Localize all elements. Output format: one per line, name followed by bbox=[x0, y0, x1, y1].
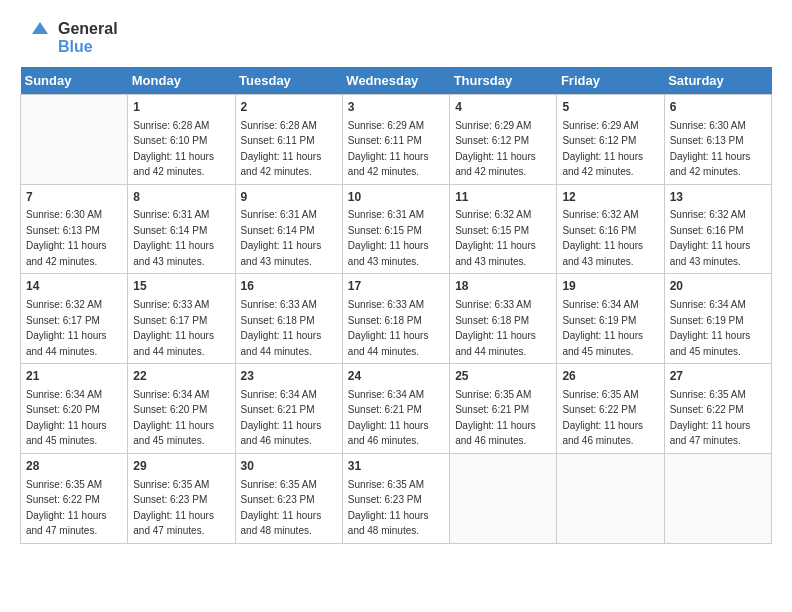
day-info: Sunrise: 6:34 AMSunset: 6:19 PMDaylight:… bbox=[562, 299, 643, 357]
day-info: Sunrise: 6:29 AMSunset: 6:12 PMDaylight:… bbox=[562, 120, 643, 178]
day-cell: 23 Sunrise: 6:34 AMSunset: 6:21 PMDaylig… bbox=[235, 364, 342, 454]
day-cell: 30 Sunrise: 6:35 AMSunset: 6:23 PMDaylig… bbox=[235, 453, 342, 543]
day-info: Sunrise: 6:31 AMSunset: 6:14 PMDaylight:… bbox=[133, 209, 214, 267]
day-info: Sunrise: 6:32 AMSunset: 6:15 PMDaylight:… bbox=[455, 209, 536, 267]
day-cell: 25 Sunrise: 6:35 AMSunset: 6:21 PMDaylig… bbox=[450, 364, 557, 454]
logo-general: General bbox=[58, 20, 118, 38]
day-number: 12 bbox=[562, 189, 658, 206]
day-cell: 26 Sunrise: 6:35 AMSunset: 6:22 PMDaylig… bbox=[557, 364, 664, 454]
week-row-2: 7 Sunrise: 6:30 AMSunset: 6:13 PMDayligh… bbox=[21, 184, 772, 274]
day-cell: 22 Sunrise: 6:34 AMSunset: 6:20 PMDaylig… bbox=[128, 364, 235, 454]
day-info: Sunrise: 6:34 AMSunset: 6:21 PMDaylight:… bbox=[348, 389, 429, 447]
day-number: 14 bbox=[26, 278, 122, 295]
day-info: Sunrise: 6:28 AMSunset: 6:10 PMDaylight:… bbox=[133, 120, 214, 178]
day-info: Sunrise: 6:35 AMSunset: 6:23 PMDaylight:… bbox=[348, 479, 429, 537]
day-header-tuesday: Tuesday bbox=[235, 67, 342, 95]
day-cell: 28 Sunrise: 6:35 AMSunset: 6:22 PMDaylig… bbox=[21, 453, 128, 543]
day-cell bbox=[664, 453, 771, 543]
day-number: 8 bbox=[133, 189, 229, 206]
day-info: Sunrise: 6:34 AMSunset: 6:20 PMDaylight:… bbox=[133, 389, 214, 447]
day-cell bbox=[557, 453, 664, 543]
day-cell: 12 Sunrise: 6:32 AMSunset: 6:16 PMDaylig… bbox=[557, 184, 664, 274]
day-info: Sunrise: 6:33 AMSunset: 6:18 PMDaylight:… bbox=[241, 299, 322, 357]
day-number: 25 bbox=[455, 368, 551, 385]
day-number: 24 bbox=[348, 368, 444, 385]
day-info: Sunrise: 6:34 AMSunset: 6:19 PMDaylight:… bbox=[670, 299, 751, 357]
day-cell: 17 Sunrise: 6:33 AMSunset: 6:18 PMDaylig… bbox=[342, 274, 449, 364]
day-cell: 9 Sunrise: 6:31 AMSunset: 6:14 PMDayligh… bbox=[235, 184, 342, 274]
day-number: 29 bbox=[133, 458, 229, 475]
day-header-saturday: Saturday bbox=[664, 67, 771, 95]
day-cell: 10 Sunrise: 6:31 AMSunset: 6:15 PMDaylig… bbox=[342, 184, 449, 274]
day-cell: 3 Sunrise: 6:29 AMSunset: 6:11 PMDayligh… bbox=[342, 94, 449, 184]
week-row-1: 1 Sunrise: 6:28 AMSunset: 6:10 PMDayligh… bbox=[21, 94, 772, 184]
day-number: 30 bbox=[241, 458, 337, 475]
calendar-table: SundayMondayTuesdayWednesdayThursdayFrid… bbox=[20, 67, 772, 544]
day-info: Sunrise: 6:35 AMSunset: 6:22 PMDaylight:… bbox=[26, 479, 107, 537]
day-number: 28 bbox=[26, 458, 122, 475]
day-cell: 2 Sunrise: 6:28 AMSunset: 6:11 PMDayligh… bbox=[235, 94, 342, 184]
day-cell: 8 Sunrise: 6:31 AMSunset: 6:14 PMDayligh… bbox=[128, 184, 235, 274]
day-cell: 15 Sunrise: 6:33 AMSunset: 6:17 PMDaylig… bbox=[128, 274, 235, 364]
day-cell: 6 Sunrise: 6:30 AMSunset: 6:13 PMDayligh… bbox=[664, 94, 771, 184]
day-info: Sunrise: 6:35 AMSunset: 6:22 PMDaylight:… bbox=[670, 389, 751, 447]
day-cell: 24 Sunrise: 6:34 AMSunset: 6:21 PMDaylig… bbox=[342, 364, 449, 454]
day-cell: 14 Sunrise: 6:32 AMSunset: 6:17 PMDaylig… bbox=[21, 274, 128, 364]
day-number: 27 bbox=[670, 368, 766, 385]
day-number: 4 bbox=[455, 99, 551, 116]
logo-graphic bbox=[20, 20, 56, 56]
day-number: 20 bbox=[670, 278, 766, 295]
day-number: 1 bbox=[133, 99, 229, 116]
day-cell: 19 Sunrise: 6:34 AMSunset: 6:19 PMDaylig… bbox=[557, 274, 664, 364]
day-info: Sunrise: 6:30 AMSunset: 6:13 PMDaylight:… bbox=[670, 120, 751, 178]
logo-blue: Blue bbox=[58, 38, 118, 56]
day-info: Sunrise: 6:34 AMSunset: 6:20 PMDaylight:… bbox=[26, 389, 107, 447]
day-cell: 13 Sunrise: 6:32 AMSunset: 6:16 PMDaylig… bbox=[664, 184, 771, 274]
day-cell: 11 Sunrise: 6:32 AMSunset: 6:15 PMDaylig… bbox=[450, 184, 557, 274]
day-info: Sunrise: 6:30 AMSunset: 6:13 PMDaylight:… bbox=[26, 209, 107, 267]
day-info: Sunrise: 6:33 AMSunset: 6:17 PMDaylight:… bbox=[133, 299, 214, 357]
day-number: 23 bbox=[241, 368, 337, 385]
day-cell: 5 Sunrise: 6:29 AMSunset: 6:12 PMDayligh… bbox=[557, 94, 664, 184]
logo: General Blue bbox=[20, 20, 118, 57]
day-number: 26 bbox=[562, 368, 658, 385]
day-number: 21 bbox=[26, 368, 122, 385]
day-cell: 21 Sunrise: 6:34 AMSunset: 6:20 PMDaylig… bbox=[21, 364, 128, 454]
day-cell: 7 Sunrise: 6:30 AMSunset: 6:13 PMDayligh… bbox=[21, 184, 128, 274]
day-info: Sunrise: 6:28 AMSunset: 6:11 PMDaylight:… bbox=[241, 120, 322, 178]
day-number: 19 bbox=[562, 278, 658, 295]
day-number: 2 bbox=[241, 99, 337, 116]
week-row-4: 21 Sunrise: 6:34 AMSunset: 6:20 PMDaylig… bbox=[21, 364, 772, 454]
day-cell: 1 Sunrise: 6:28 AMSunset: 6:10 PMDayligh… bbox=[128, 94, 235, 184]
logo-container: General Blue bbox=[20, 20, 118, 57]
day-number: 3 bbox=[348, 99, 444, 116]
day-number: 11 bbox=[455, 189, 551, 206]
day-cell: 31 Sunrise: 6:35 AMSunset: 6:23 PMDaylig… bbox=[342, 453, 449, 543]
day-info: Sunrise: 6:32 AMSunset: 6:17 PMDaylight:… bbox=[26, 299, 107, 357]
day-number: 10 bbox=[348, 189, 444, 206]
day-number: 5 bbox=[562, 99, 658, 116]
day-header-monday: Monday bbox=[128, 67, 235, 95]
logo-text: General Blue bbox=[58, 20, 118, 57]
day-header-friday: Friday bbox=[557, 67, 664, 95]
week-row-3: 14 Sunrise: 6:32 AMSunset: 6:17 PMDaylig… bbox=[21, 274, 772, 364]
day-info: Sunrise: 6:32 AMSunset: 6:16 PMDaylight:… bbox=[670, 209, 751, 267]
day-info: Sunrise: 6:33 AMSunset: 6:18 PMDaylight:… bbox=[348, 299, 429, 357]
day-cell: 27 Sunrise: 6:35 AMSunset: 6:22 PMDaylig… bbox=[664, 364, 771, 454]
day-info: Sunrise: 6:29 AMSunset: 6:11 PMDaylight:… bbox=[348, 120, 429, 178]
day-info: Sunrise: 6:29 AMSunset: 6:12 PMDaylight:… bbox=[455, 120, 536, 178]
day-number: 31 bbox=[348, 458, 444, 475]
day-info: Sunrise: 6:33 AMSunset: 6:18 PMDaylight:… bbox=[455, 299, 536, 357]
day-header-wednesday: Wednesday bbox=[342, 67, 449, 95]
day-info: Sunrise: 6:32 AMSunset: 6:16 PMDaylight:… bbox=[562, 209, 643, 267]
day-info: Sunrise: 6:34 AMSunset: 6:21 PMDaylight:… bbox=[241, 389, 322, 447]
week-row-5: 28 Sunrise: 6:35 AMSunset: 6:22 PMDaylig… bbox=[21, 453, 772, 543]
day-number: 7 bbox=[26, 189, 122, 206]
day-info: Sunrise: 6:35 AMSunset: 6:22 PMDaylight:… bbox=[562, 389, 643, 447]
day-header-thursday: Thursday bbox=[450, 67, 557, 95]
day-number: 16 bbox=[241, 278, 337, 295]
day-header-sunday: Sunday bbox=[21, 67, 128, 95]
day-cell: 18 Sunrise: 6:33 AMSunset: 6:18 PMDaylig… bbox=[450, 274, 557, 364]
day-number: 18 bbox=[455, 278, 551, 295]
day-cell: 29 Sunrise: 6:35 AMSunset: 6:23 PMDaylig… bbox=[128, 453, 235, 543]
